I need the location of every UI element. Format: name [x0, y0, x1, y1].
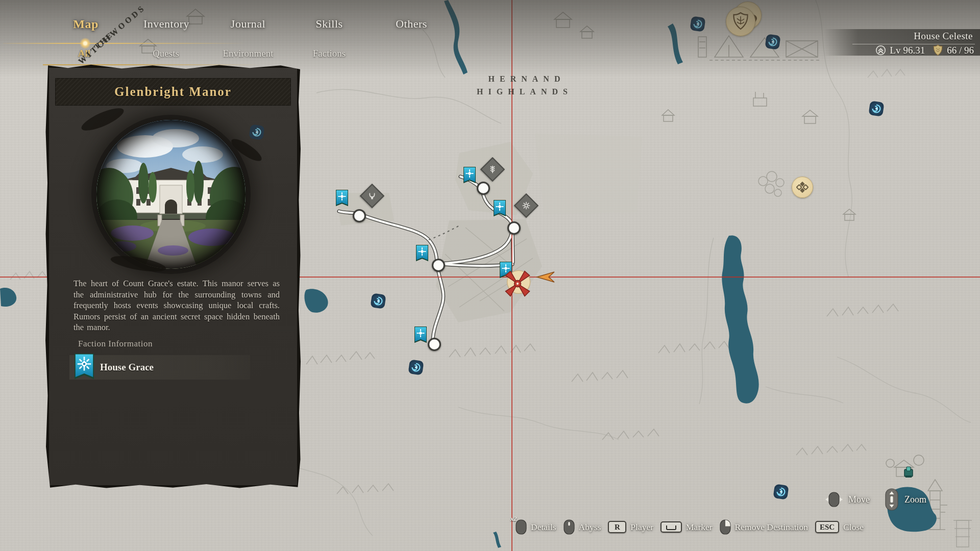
move-label[interactable]: Move	[848, 494, 870, 505]
town-circle-icon[interactable]	[353, 209, 366, 222]
shortcut-bar: x2 Details Abyss R Player Marker Remove …	[516, 516, 864, 538]
details-label: Details	[531, 522, 556, 533]
town-circle-icon[interactable]	[428, 338, 441, 351]
remove-destination-control[interactable]: Remove Destination	[720, 519, 808, 535]
teleport-swirl-icon	[248, 123, 265, 141]
mouse-drag-icon	[825, 491, 843, 508]
tab-journal[interactable]: Journal	[231, 17, 265, 31]
tab-skills[interactable]: Skills	[315, 17, 342, 31]
player-control[interactable]: R Player	[608, 521, 653, 533]
tab-map[interactable]: Map	[73, 17, 99, 31]
teleport-swirl-icon[interactable]	[868, 100, 885, 117]
mouse-scroll-icon	[884, 488, 899, 511]
house-level-label: Lv	[890, 45, 900, 56]
subtab-factions[interactable]: Factions	[313, 48, 346, 59]
teleport-swirl-icon[interactable]	[772, 483, 790, 500]
gear-glyph	[521, 200, 532, 211]
town-circle-icon[interactable]	[507, 221, 521, 235]
marker-label: Marker	[686, 522, 713, 533]
key-space	[660, 521, 682, 533]
tab-others[interactable]: Others	[396, 17, 427, 31]
player-arrow-icon	[536, 271, 555, 285]
faction-banner-icon[interactable]	[494, 200, 506, 216]
gold-seal-shield-icon[interactable]	[726, 7, 755, 36]
gear-diamond-icon[interactable]	[514, 193, 538, 218]
faction-section-label: Faction Information	[78, 339, 153, 349]
panel-title-bar: Glenbright Manor	[55, 78, 291, 106]
abyss-control[interactable]: Abyss	[564, 519, 601, 535]
wheat-diamond-icon[interactable]	[480, 157, 505, 182]
house-name: House Celeste	[914, 31, 973, 42]
knot-glyph	[796, 181, 808, 193]
town-circle-icon[interactable]	[432, 259, 445, 272]
subtab-quests[interactable]: Quests	[153, 48, 179, 59]
key-r: R	[608, 521, 626, 533]
faction-banner-icon	[75, 354, 94, 379]
teleport-swirl-icon[interactable]	[407, 359, 425, 376]
teleport-swirl-icon[interactable]	[689, 15, 706, 33]
faction-list-item[interactable]: House Grace	[69, 355, 250, 380]
active-subtab-underline	[43, 64, 262, 65]
location-photo	[96, 120, 246, 269]
mouse-left-double-click-icon: x2	[516, 519, 527, 535]
wheat-glyph	[487, 164, 498, 175]
outpost-icon[interactable]	[902, 465, 915, 481]
faction-name: House Grace	[100, 362, 154, 373]
teleport-swirl-icon[interactable]	[764, 33, 781, 51]
tab-inventory[interactable]: Inventory	[143, 17, 189, 31]
close-control[interactable]: ESC Close	[815, 521, 864, 533]
gold-seal-knot-icon[interactable]	[792, 177, 813, 198]
zoom-label[interactable]: Zoom	[904, 494, 926, 505]
key-esc: ESC	[815, 521, 839, 533]
mouse-middle-click-icon	[564, 519, 575, 535]
location-description: The heart of Count Grace's estate. This …	[74, 278, 280, 333]
abyss-label: Abyss	[579, 522, 601, 533]
eagle-shield-glyph	[732, 12, 749, 31]
house-progress: 66 / 96	[947, 45, 974, 56]
teleport-swirl-icon[interactable]	[370, 292, 387, 310]
shield-progress-icon	[933, 44, 943, 56]
house-level-value: 96.31	[903, 45, 925, 56]
faction-banner-icon[interactable]	[463, 167, 476, 183]
church-diamond-icon[interactable]	[360, 184, 384, 208]
active-tab-underline	[3, 43, 245, 44]
close-label: Close	[843, 522, 864, 533]
ink-smudge	[79, 104, 127, 135]
house-status-badge: House Celeste Lv 96.31 66 / 96	[824, 29, 980, 56]
mouse-right-click-icon	[720, 519, 731, 535]
faction-banner-icon[interactable]	[414, 327, 427, 343]
faction-banner-icon[interactable]	[336, 190, 348, 206]
house-level-icon	[875, 45, 886, 56]
faction-banner-icon[interactable]	[416, 245, 428, 261]
bull-glyph	[366, 190, 378, 202]
location-title: Glenbright Manor	[114, 85, 232, 99]
town-circle-icon[interactable]	[477, 182, 490, 195]
destination-cross-marker-icon[interactable]	[502, 268, 533, 301]
subtab-environment[interactable]: Environment	[223, 48, 273, 59]
remove-destination-label: Remove Destination	[735, 522, 808, 533]
spacebar-glyph	[666, 525, 676, 530]
game-map-screen: HERNAND HIGHLANDS	[0, 0, 980, 551]
player-label: Player	[630, 522, 653, 533]
marker-control[interactable]: Marker	[660, 521, 713, 533]
map-nav-hints: Move Zoom	[825, 487, 926, 512]
double-click-badge: x2	[510, 515, 517, 523]
details-control[interactable]: x2 Details	[516, 519, 556, 535]
